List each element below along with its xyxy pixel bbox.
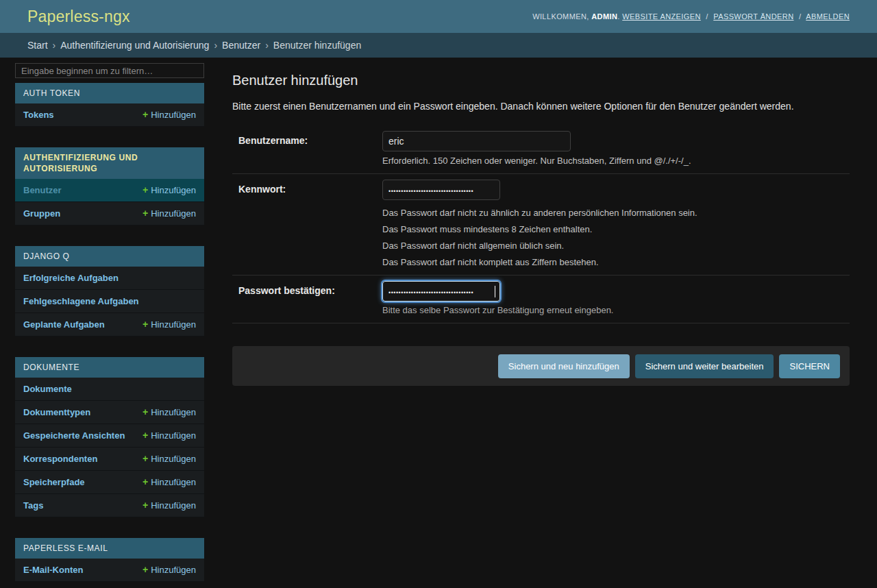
- add-email-konten-link[interactable]: +Hinzufügen: [143, 564, 196, 576]
- add-tokens-link[interactable]: +Hinzufügen: [143, 109, 196, 121]
- sidebar-section-dokumente: DOKUMENTE Dokumente Dokumenttypen +Hinzu…: [15, 357, 204, 517]
- gespeicherte-ansichten-link[interactable]: Gespeicherte Ansichten: [23, 430, 140, 441]
- sidebar-section-title[interactable]: AUTH TOKEN: [15, 83, 204, 103]
- plus-icon: +: [143, 208, 148, 219]
- page-title: Benutzer hinzufügen: [232, 73, 850, 88]
- benutzername-help: Erforderlich. 150 Zeichen oder weniger. …: [382, 156, 850, 166]
- save-button[interactable]: SICHERN: [779, 354, 840, 378]
- plus-icon: +: [143, 406, 148, 417]
- text-caret: [495, 286, 495, 297]
- add-dokumenttypen-link[interactable]: +Hinzufügen: [143, 406, 196, 418]
- add-gespeicherte-ansichten-link[interactable]: +Hinzufügen: [143, 430, 196, 441]
- geplante-aufgaben-link[interactable]: Geplante Aufgaben: [23, 319, 140, 330]
- plus-icon: +: [143, 453, 148, 464]
- add-gruppen-link[interactable]: +Hinzufügen: [143, 208, 196, 219]
- sidebar-item-email-konten: E-Mail-Konten +Hinzufügen: [15, 559, 204, 582]
- sidebar-section-title[interactable]: AUTHENTIFIZIERUNG UND AUTORISIERUNG: [15, 147, 204, 179]
- main-content: Benutzer hinzufügen Bitte zuerst einen B…: [204, 58, 877, 588]
- save-and-continue-button[interactable]: Sichern und weiter bearbeiten: [635, 354, 774, 378]
- sidebar-item-fehlgeschlagene-aufgaben: Fehlgeschlagene Aufgaben: [15, 290, 204, 313]
- email-konten-link[interactable]: E-Mail-Konten: [23, 564, 140, 576]
- intro-text: Bitte zuerst einen Benutzernamen und ein…: [232, 100, 850, 112]
- add-geplante-aufgaben-link[interactable]: +Hinzufügen: [143, 319, 196, 330]
- kennwort-help-item: Das Passwort darf nicht zu ähnlich zu an…: [382, 208, 850, 218]
- form-row-kennwort: Kennwort: Das Passwort darf nicht zu ähn…: [232, 174, 850, 275]
- plus-icon: +: [143, 564, 148, 575]
- sidebar-item-benutzer: Benutzer +Hinzufügen: [15, 179, 204, 202]
- kennwort-label: Kennwort:: [232, 180, 382, 267]
- breadcrumb-separator: ›: [214, 40, 217, 51]
- sidebar-section-auth-token: AUTH TOKEN Tokens +Hinzufügen: [15, 83, 204, 127]
- sidebar-item-dokumenttypen: Dokumenttypen +Hinzufügen: [15, 401, 204, 424]
- kennwort-help-list: Das Passwort darf nicht zu ähnlich zu an…: [382, 208, 850, 267]
- sidebar-section-title[interactable]: DOKUMENTE: [15, 357, 204, 378]
- user-tools: WILLKOMMEN, ADMIN. WEBSITE ANZEIGEN / PA…: [532, 12, 850, 21]
- erfolgreiche-aufgaben-link[interactable]: Erfolgreiche Aufgaben: [23, 272, 140, 284]
- sidebar-section-title[interactable]: PAPERLESS E-MAIL: [15, 538, 204, 559]
- welcome-text: WILLKOMMEN,: [532, 12, 589, 21]
- sidebar-item-dokumente: Dokumente: [15, 378, 204, 401]
- plus-icon: +: [143, 430, 148, 441]
- submit-row: Sichern und neu hinzufügen Sichern und w…: [232, 346, 850, 386]
- sidebar-filter-input[interactable]: [15, 63, 204, 78]
- kennwort-help-item: Das Passwort darf nicht allgemein üblich…: [382, 241, 850, 251]
- breadcrumb: Start › Authentifizierung und Autorisier…: [0, 33, 877, 58]
- passwort-bestaetigen-help: Bitte das selbe Passwort zur Bestätigung…: [382, 305, 850, 315]
- add-tags-link[interactable]: +Hinzufügen: [143, 500, 196, 511]
- logout-link[interactable]: ABMELDEN: [806, 12, 850, 21]
- view-site-link[interactable]: WEBSITE ANZEIGEN: [622, 12, 701, 21]
- sidebar-item-tags: Tags +Hinzufügen: [15, 494, 204, 517]
- dokumente-link[interactable]: Dokumente: [23, 383, 140, 395]
- change-password-link[interactable]: PASSWORT ÄNDERN: [713, 12, 793, 21]
- sidebar-section-django-q: DJANGO Q Erfolgreiche Aufgaben Fehlgesch…: [15, 246, 204, 336]
- passwort-bestaetigen-input[interactable]: [382, 281, 500, 302]
- tokens-link[interactable]: Tokens: [23, 109, 140, 121]
- tools-separator: /: [799, 12, 801, 21]
- sidebar-item-korrespondenten: Korrespondenten +Hinzufügen: [15, 448, 204, 471]
- fehlgeschlagene-aufgaben-link[interactable]: Fehlgeschlagene Aufgaben: [23, 295, 140, 307]
- app-brand[interactable]: Paperless-ngx: [27, 8, 130, 26]
- korrespondenten-link[interactable]: Korrespondenten: [23, 453, 140, 465]
- save-and-add-another-button[interactable]: Sichern und neu hinzufügen: [498, 354, 630, 378]
- benutzername-label: Benutzername:: [232, 131, 382, 166]
- sidebar-section-paperless-email: PAPERLESS E-MAIL E-Mail-Konten +Hinzufüg…: [15, 538, 204, 582]
- benutzer-link[interactable]: Benutzer: [23, 184, 140, 196]
- kennwort-input[interactable]: [382, 180, 500, 200]
- admin-sidebar: « AUTH TOKEN Tokens +Hinzufügen AUTHENTI…: [0, 58, 204, 588]
- passwort-bestaetigen-label: Passwort bestätigen:: [232, 281, 382, 315]
- plus-icon: +: [143, 184, 148, 195]
- app-header: Paperless-ngx WILLKOMMEN, ADMIN. WEBSITE…: [0, 0, 877, 33]
- add-speicherpfade-link[interactable]: +Hinzufügen: [143, 476, 196, 488]
- add-user-form: Benutzername: Erforderlich. 150 Zeichen …: [232, 125, 850, 386]
- sidebar-item-geplante-aufgaben: Geplante Aufgaben +Hinzufügen: [15, 313, 204, 336]
- breadcrumb-current-page: Benutzer hinzufügen: [273, 40, 361, 51]
- sidebar-item-erfolgreiche-aufgaben: Erfolgreiche Aufgaben: [15, 267, 204, 290]
- breadcrumb-separator: ›: [265, 40, 269, 51]
- add-benutzer-link[interactable]: +Hinzufügen: [143, 184, 196, 196]
- gruppen-link[interactable]: Gruppen: [23, 208, 140, 219]
- sidebar-item-gespeicherte-ansichten: Gespeicherte Ansichten +Hinzufügen: [15, 424, 204, 448]
- current-username: ADMIN: [591, 12, 617, 21]
- sidebar-item-speicherpfade: Speicherpfade +Hinzufügen: [15, 471, 204, 494]
- plus-icon: +: [143, 500, 148, 511]
- dokumenttypen-link[interactable]: Dokumenttypen: [23, 406, 140, 418]
- plus-icon: +: [143, 319, 148, 330]
- add-korrespondenten-link[interactable]: +Hinzufügen: [143, 453, 196, 465]
- speicherpfade-link[interactable]: Speicherpfade: [23, 476, 140, 488]
- breadcrumb-home-link[interactable]: Start: [27, 40, 48, 51]
- breadcrumb-model-link[interactable]: Benutzer: [222, 40, 260, 51]
- kennwort-help-item: Das Passwort muss mindestens 8 Zeichen e…: [382, 224, 850, 234]
- plus-icon: +: [143, 476, 148, 487]
- benutzername-input[interactable]: [382, 131, 571, 151]
- sidebar-item-gruppen: Gruppen +Hinzufügen: [15, 202, 204, 225]
- plus-icon: +: [143, 109, 148, 120]
- tags-link[interactable]: Tags: [23, 500, 140, 511]
- sidebar-section-title[interactable]: DJANGO Q: [15, 246, 204, 267]
- form-row-benutzername: Benutzername: Erforderlich. 150 Zeichen …: [232, 125, 850, 174]
- welcome-period: .: [617, 12, 619, 21]
- sidebar-section-auth: AUTHENTIFIZIERUNG UND AUTORISIERUNG Benu…: [15, 147, 204, 225]
- kennwort-help-item: Das Passwort darf nicht komplett aus Zif…: [382, 257, 850, 267]
- tools-separator: /: [706, 12, 708, 21]
- form-row-passwort-bestaetigen: Passwort bestätigen: Bitte das selbe Pas…: [232, 275, 850, 323]
- breadcrumb-app-link[interactable]: Authentifizierung und Autorisierung: [60, 40, 209, 51]
